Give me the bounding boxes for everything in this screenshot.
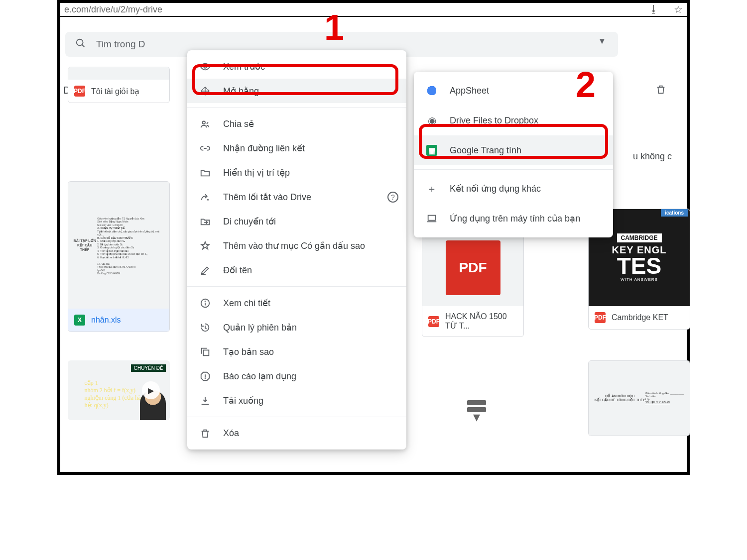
submenu-item-google-sheets[interactable]: ▦ Google Trang tính	[414, 135, 613, 165]
file-name: nhân.xls	[91, 316, 121, 325]
eye-icon	[199, 61, 211, 72]
download-arrow-icon: ▾	[464, 400, 490, 420]
divider	[187, 107, 406, 108]
delete-icon	[199, 428, 211, 439]
badge: CHUYÊN ĐỀ	[131, 364, 166, 372]
report-icon	[199, 371, 211, 382]
pdf-icon: PDF	[595, 312, 606, 323]
history-icon	[199, 322, 211, 333]
folder-icon	[199, 167, 211, 178]
open-with-icon	[199, 86, 211, 97]
share-icon	[199, 118, 211, 129]
file-card-video[interactable]: CHUYÊN ĐỀ cấp 1nhóm 2 bởi f = f(x,y)nghi…	[68, 360, 170, 420]
download-icon	[199, 395, 211, 406]
pdf-icon: PDF	[428, 316, 439, 327]
search-placeholder: Tim trong D	[96, 39, 145, 50]
menu-item-download[interactable]: Tải xuống	[187, 388, 406, 413]
star-icon	[199, 240, 211, 251]
url-bar: e.com/drive/u/2/my-drive ⭳ ☆	[60, 3, 687, 17]
file-card-doc[interactable]: ĐỒ ÁN MÔN HỌC KẾT CẤU BÊ TÔNG CỐT THÉP G…	[588, 360, 690, 436]
menu-item-get-link[interactable]: Nhận đường liên kết	[187, 136, 406, 160]
file-preview	[68, 67, 169, 80]
menu-item-open-with[interactable]: Mở bằng ›	[187, 79, 406, 103]
file-preview: BÀI TẬP LỚN KẾT CẤU THÉP Giáo viên hướng…	[68, 182, 169, 309]
pdf-big-icon: PDF	[446, 240, 500, 295]
file-name: Cambridge KET	[612, 313, 668, 322]
dropbox-icon: ◉	[426, 114, 438, 126]
svg-point-2	[204, 65, 207, 68]
file-name: Tôi tài giỏi bạ	[91, 87, 139, 96]
menu-item-view-details[interactable]: Xem chi tiết	[187, 291, 406, 315]
link-icon	[199, 143, 211, 154]
search-icon	[75, 38, 86, 51]
menu-item-report-abuse[interactable]: Báo cáo lạm dụng	[187, 364, 406, 388]
svg-point-0	[77, 39, 83, 45]
trash-icon[interactable]	[655, 84, 666, 98]
divider	[414, 169, 613, 170]
svg-point-3	[203, 121, 206, 124]
annotation-number-2: 2	[576, 64, 596, 105]
google-sheets-icon: ▦	[426, 145, 438, 156]
search-options-dropdown-icon[interactable]: ▼	[598, 37, 606, 46]
submenu-item-dropbox[interactable]: ◉ Drive Files to Dropbox	[414, 106, 613, 135]
submenu-item-desktop-apps[interactable]: Ứng dụng trên máy tính của bạn	[414, 204, 613, 233]
menu-item-preview[interactable]: Xem trước	[187, 54, 406, 79]
file-name: HACK NÃO 1500 TỪ T...	[445, 312, 517, 331]
file-preview: ĐỒ ÁN MÔN HỌC KẾT CẤU BÊ TÔNG CỐT THÉP G…	[589, 361, 690, 436]
svg-line-1	[82, 44, 85, 47]
menu-item-rename[interactable]: Đổi tên	[187, 258, 406, 282]
pdf-icon: PDF	[74, 86, 85, 97]
svg-rect-10	[428, 216, 436, 221]
copy-icon	[199, 346, 211, 357]
menu-item-delete[interactable]: Xóa	[187, 421, 406, 446]
shortcut-icon	[199, 192, 211, 203]
file-card-pdf-1[interactable]: PDF Tôi tài giỏi bạ	[68, 67, 170, 103]
truncated-text: u không c	[633, 151, 672, 162]
svg-point-6	[205, 301, 206, 301]
laptop-icon	[426, 213, 438, 224]
menu-item-make-copy[interactable]: Tạo bản sao	[187, 339, 406, 364]
play-icon: ▶	[142, 381, 160, 399]
menu-item-show-location[interactable]: Hiển thị vị trí tệp	[187, 160, 406, 185]
menu-item-share[interactable]: Chia sẻ	[187, 112, 406, 136]
plus-icon: ＋	[426, 182, 438, 196]
rename-icon	[199, 265, 211, 276]
appsheet-icon	[426, 85, 438, 96]
file-preview: CHUYÊN ĐỀ cấp 1nhóm 2 bởi f = f(x,y)nghi…	[68, 360, 170, 420]
svg-rect-7	[203, 350, 209, 355]
menu-item-add-starred[interactable]: Thêm vào thư mục Có gắn dấu sao	[187, 233, 406, 258]
svg-point-9	[205, 378, 206, 378]
move-icon	[199, 216, 211, 227]
annotation-number-1: 1	[324, 7, 344, 48]
chevron-right-icon: ›	[394, 87, 396, 96]
help-icon[interactable]: ?	[387, 192, 398, 203]
excel-icon: X	[74, 315, 85, 326]
submenu-item-connect-apps[interactable]: ＋ Kết nối ứng dụng khác	[414, 174, 613, 204]
file-card-xls-selected[interactable]: BÀI TẬP LỚN KẾT CẤU THÉP Giáo viên hướng…	[68, 181, 170, 332]
info-icon	[199, 298, 211, 309]
bookmark-star-icon[interactable]: ☆	[674, 3, 683, 15]
url-text: e.com/drive/u/2/my-drive	[64, 4, 162, 15]
context-menu: Xem trước Mở bằng › Chia sẻ Nhận đường l…	[187, 50, 406, 449]
menu-item-add-shortcut[interactable]: Thêm lối tắt vào Drive ?	[187, 185, 406, 209]
menu-item-manage-versions[interactable]: Quản lý phiên bản	[187, 315, 406, 339]
menu-item-move-to[interactable]: Di chuyển tới	[187, 209, 406, 233]
divider	[187, 417, 406, 417]
divider	[187, 286, 406, 287]
download-indicator-icon: ⭳	[649, 3, 659, 15]
